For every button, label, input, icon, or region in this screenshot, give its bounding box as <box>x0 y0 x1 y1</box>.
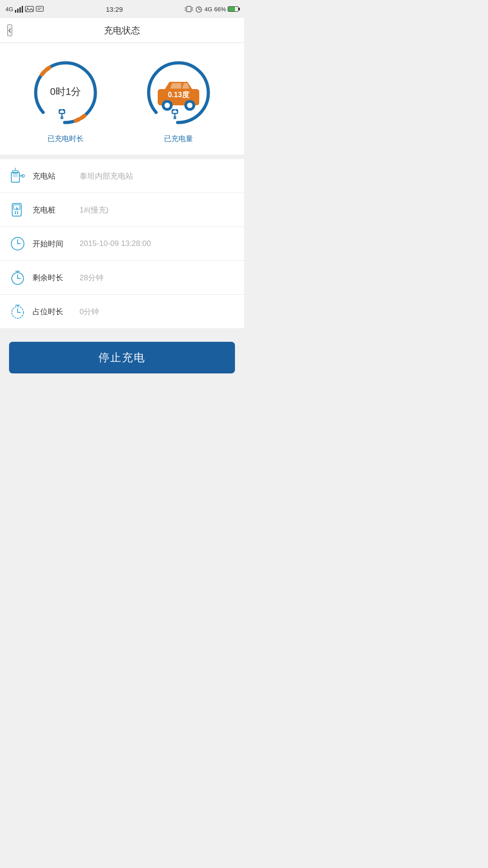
car-icon: 0.13度 <box>158 82 199 111</box>
page-title: 充电状态 <box>104 24 140 37</box>
svg-rect-3 <box>22 6 23 13</box>
alarm-icon <box>195 5 203 13</box>
energy-circle-label: 已充电量 <box>164 134 193 144</box>
charger-icon <box>9 201 26 218</box>
time-circle-label: 已充电时长 <box>47 134 84 144</box>
svg-rect-4 <box>25 6 33 12</box>
svg-text:0时1分: 0时1分 <box>50 86 81 97</box>
network-4g: 4G <box>205 6 212 13</box>
back-button[interactable]: ‹ <box>7 24 12 36</box>
svg-text:0.13度: 0.13度 <box>168 90 189 99</box>
battery-percent: 66% <box>214 6 226 13</box>
circles-section: 0时1分 已充电时长 <box>0 43 244 155</box>
charger-value: 1#(慢充) <box>80 205 108 215</box>
stop-charging-button[interactable]: 停止充电 <box>9 342 235 373</box>
info-row-remaining: 剩余时长 28分钟 <box>0 261 244 295</box>
timer2-icon <box>9 303 26 320</box>
energy-circle-item: 0.13度 已充电量 <box>142 57 215 144</box>
image-icon <box>25 5 34 13</box>
info-row-charger: 充电桩 1#(慢充) <box>0 193 244 227</box>
svg-rect-2 <box>19 7 21 13</box>
message-icon <box>36 5 44 13</box>
energy-circle-svg: 0.13度 <box>142 57 215 129</box>
info-section: 充电站 泰坦内部充电站 充电桩 1#(慢充) 开始时间 201 <box>0 159 244 328</box>
remaining-key: 剩余时长 <box>33 273 73 283</box>
time-circle-svg: 0时1分 <box>29 57 102 129</box>
status-bar: 4G 13:29 <box>0 0 244 18</box>
occupy-key: 占位时长 <box>33 307 73 317</box>
svg-rect-0 <box>15 10 16 13</box>
start-time-key: 开始时间 <box>33 239 73 249</box>
plug-icon-energy <box>172 109 178 118</box>
clock-icon <box>9 235 26 252</box>
info-row-start-time: 开始时间 2015-10-09 13:28:00 <box>0 227 244 261</box>
status-right: 4G 66% <box>185 5 239 13</box>
info-row-occupy: 占位时长 0分钟 <box>0 295 244 328</box>
remaining-value: 28分钟 <box>80 273 103 283</box>
station-value: 泰坦内部充电站 <box>80 171 133 181</box>
plug-icon-time <box>59 109 65 118</box>
svg-rect-6 <box>36 6 43 11</box>
svg-point-31 <box>164 103 170 108</box>
svg-rect-45 <box>13 174 18 177</box>
timer-icon <box>9 269 26 286</box>
svg-point-33 <box>187 103 192 108</box>
signal-icon: 4G <box>5 6 13 13</box>
energy-circle-wrapper: 0.13度 <box>142 57 215 129</box>
occupy-value: 0分钟 <box>80 307 99 317</box>
start-time-value: 2015-10-09 13:28:00 <box>80 239 151 248</box>
svg-point-5 <box>27 8 28 9</box>
status-left: 4G <box>5 5 44 13</box>
status-time: 13:29 <box>106 5 123 13</box>
time-circle-wrapper: 0时1分 <box>29 57 102 129</box>
info-row-station: 充电站 泰坦内部充电站 <box>0 159 244 193</box>
signal-bars-icon <box>15 5 23 13</box>
station-icon <box>9 167 26 184</box>
station-key: 充电站 <box>33 171 73 181</box>
charger-key: 充电桩 <box>33 205 73 215</box>
time-circle-item: 0时1分 已充电时长 <box>29 57 102 144</box>
svg-rect-1 <box>17 9 19 13</box>
svg-rect-9 <box>187 6 191 12</box>
header: ‹ 充电状态 <box>0 18 244 43</box>
battery-icon <box>228 6 239 12</box>
bottom-section: 停止充电 <box>0 328 244 387</box>
vibrate-icon <box>185 5 193 13</box>
